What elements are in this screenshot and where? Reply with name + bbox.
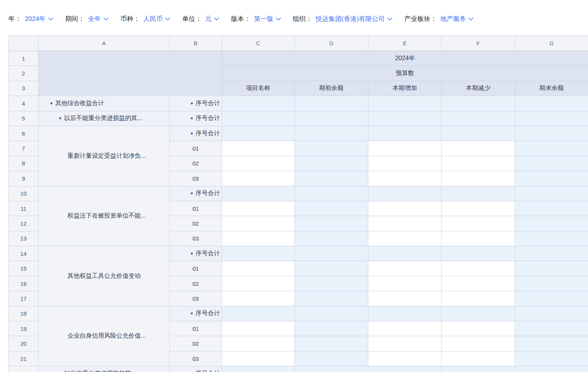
column-header-f[interactable]: F: [442, 36, 515, 51]
item-name-cell[interactable]: ▼以后将重分类进损益的其...: [39, 366, 170, 372]
editable-cell[interactable]: [442, 231, 515, 246]
sequence-total-cell[interactable]: ▼序号合计: [170, 111, 222, 126]
row-header[interactable]: 7: [9, 141, 39, 156]
filter-period-dropdown[interactable]: 全年: [88, 14, 108, 23]
row-header[interactable]: 5: [9, 111, 39, 126]
readonly-cell[interactable]: [515, 261, 588, 276]
summary-cell[interactable]: [368, 111, 442, 126]
collapse-triangle-icon[interactable]: ▼: [190, 252, 194, 256]
editable-cell[interactable]: [368, 291, 442, 306]
sequence-code-cell[interactable]: 02: [170, 216, 222, 231]
editable-cell[interactable]: [222, 351, 295, 366]
editable-cell[interactable]: [368, 141, 442, 156]
row-header[interactable]: 4: [9, 96, 39, 111]
summary-cell[interactable]: [295, 246, 368, 261]
readonly-cell[interactable]: [295, 231, 368, 246]
row-header[interactable]: 9: [9, 171, 39, 186]
summary-cell[interactable]: [368, 246, 442, 261]
column-header-e[interactable]: E: [368, 36, 442, 51]
sequence-code-cell[interactable]: 03: [170, 171, 222, 186]
column-title-cell[interactable]: 期初余额: [295, 81, 368, 96]
summary-cell[interactable]: [442, 306, 515, 321]
readonly-cell[interactable]: [295, 171, 368, 186]
sequence-code-cell[interactable]: 02: [170, 276, 222, 291]
sequence-total-cell[interactable]: ▼序号合计: [170, 126, 222, 141]
editable-cell[interactable]: [442, 216, 515, 231]
summary-cell[interactable]: [295, 306, 368, 321]
row-header[interactable]: 11: [9, 201, 39, 216]
collapse-triangle-icon[interactable]: ▼: [190, 101, 194, 106]
filter-organization-dropdown[interactable]: 悦达集团(香港)有限公司: [316, 14, 392, 23]
editable-cell[interactable]: [368, 156, 442, 171]
editable-cell[interactable]: [442, 336, 515, 351]
readonly-cell[interactable]: [295, 141, 368, 156]
editable-cell[interactable]: [222, 216, 295, 231]
summary-cell[interactable]: [295, 126, 368, 141]
row-header[interactable]: 16: [9, 276, 39, 291]
row-header[interactable]: 3: [9, 81, 39, 96]
summary-cell[interactable]: [222, 366, 295, 372]
summary-cell[interactable]: [515, 96, 588, 111]
row-header[interactable]: 10: [9, 186, 39, 201]
readonly-cell[interactable]: [295, 291, 368, 306]
item-name-cell[interactable]: 其他权益工具公允价值变动: [39, 246, 170, 306]
summary-cell[interactable]: [515, 126, 588, 141]
filter-currency-dropdown[interactable]: 人民币: [143, 14, 170, 23]
editable-cell[interactable]: [222, 171, 295, 186]
editable-cell[interactable]: [368, 321, 442, 336]
sequence-code-cell[interactable]: 03: [170, 231, 222, 246]
column-title-cell[interactable]: 本期增加: [368, 81, 442, 96]
corner-cell[interactable]: [9, 36, 39, 51]
item-name-cell[interactable]: ▼其他综合收益合计: [39, 96, 170, 111]
editable-cell[interactable]: [442, 141, 515, 156]
readonly-cell[interactable]: [515, 291, 588, 306]
summary-cell[interactable]: [295, 96, 368, 111]
readonly-cell[interactable]: [295, 351, 368, 366]
readonly-cell[interactable]: [295, 261, 368, 276]
editable-cell[interactable]: [442, 261, 515, 276]
readonly-cell[interactable]: [295, 156, 368, 171]
row-header[interactable]: 21: [9, 351, 39, 366]
summary-cell[interactable]: [222, 126, 295, 141]
readonly-cell[interactable]: [515, 171, 588, 186]
summary-cell[interactable]: [368, 366, 442, 372]
row-header[interactable]: 12: [9, 216, 39, 231]
collapse-triangle-icon[interactable]: ▼: [190, 116, 194, 120]
filter-unit-dropdown[interactable]: 元: [205, 14, 218, 23]
summary-cell[interactable]: [442, 126, 515, 141]
summary-cell[interactable]: [515, 186, 588, 201]
row-header[interactable]: 15: [9, 261, 39, 276]
editable-cell[interactable]: [222, 336, 295, 351]
row-header[interactable]: 1: [9, 51, 39, 66]
row-header[interactable]: 6: [9, 126, 39, 141]
collapse-triangle-icon[interactable]: ▼: [190, 311, 194, 316]
readonly-cell[interactable]: [515, 201, 588, 216]
filter-year-dropdown[interactable]: 2024年: [25, 14, 53, 23]
editable-cell[interactable]: [368, 171, 442, 186]
row-header[interactable]: 20: [9, 336, 39, 351]
column-title-cell[interactable]: 项目名称: [222, 81, 295, 96]
editable-cell[interactable]: [442, 291, 515, 306]
readonly-cell[interactable]: [295, 201, 368, 216]
readonly-cell[interactable]: [295, 216, 368, 231]
column-header-b[interactable]: B: [170, 36, 222, 51]
sequence-code-cell[interactable]: 03: [170, 291, 222, 306]
readonly-cell[interactable]: [295, 336, 368, 351]
item-name-cell[interactable]: 权益法下在被投资单位不能...: [39, 186, 170, 246]
summary-cell[interactable]: [442, 111, 515, 126]
item-name-cell[interactable]: 重新计量设定受益计划净负...: [39, 126, 170, 186]
editable-cell[interactable]: [442, 321, 515, 336]
sequence-code-cell[interactable]: 01: [170, 141, 222, 156]
readonly-cell[interactable]: [515, 141, 588, 156]
row-header[interactable]: 17: [9, 291, 39, 306]
collapse-triangle-icon[interactable]: ▼: [190, 191, 194, 196]
editable-cell[interactable]: [442, 171, 515, 186]
summary-cell[interactable]: [515, 111, 588, 126]
filter-version-dropdown[interactable]: 第一版: [254, 14, 280, 23]
summary-cell[interactable]: [222, 246, 295, 261]
readonly-cell[interactable]: [515, 351, 588, 366]
editable-cell[interactable]: [222, 201, 295, 216]
column-title-cell[interactable]: 期末余额: [515, 81, 588, 96]
item-name-cell[interactable]: 企业自身信用风险公允价值...: [39, 306, 170, 366]
editable-cell[interactable]: [368, 231, 442, 246]
